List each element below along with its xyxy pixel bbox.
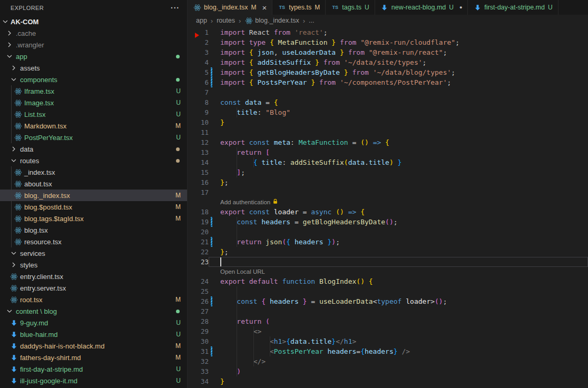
tree-file-about.tsx[interactable]: about.tsx	[0, 178, 187, 190]
code-line-2[interactable]: 2import type { MetaFunction } from "@rem…	[188, 37, 588, 47]
tree-file-blog.$postid.tsx[interactable]: blog.$postId.tsxM	[0, 201, 187, 213]
code-line-30[interactable]: 30 <h1>{data.title}</h1>	[188, 336, 588, 346]
code-line-24[interactable]: 24export default function BlogIndex() {	[188, 276, 588, 286]
gutter-space	[209, 97, 215, 107]
code-line-17[interactable]: 17	[188, 187, 588, 197]
tree-file-blog._index.tsx[interactable]: blog._index.tsxM	[0, 190, 187, 201]
tree-file-image.tsx[interactable]: Image.tsxU	[0, 97, 187, 108]
code-line-3[interactable]: 3import { json, useLoaderData } from "@r…	[188, 47, 588, 57]
tree-file-entry.client.tsx[interactable]: entry.client.tsx	[0, 271, 187, 282]
tree-file-9-guy.md[interactable]: 9-guy.mdU	[0, 317, 187, 329]
gutter-space	[209, 306, 215, 316]
tree-file-iframe.tsx[interactable]: Iframe.tsxU	[0, 85, 187, 97]
code-line-26[interactable]: 26 const { headers } = useLoaderData<typ…	[188, 296, 588, 306]
breadcrumb-separator-icon: ›	[239, 17, 241, 25]
tab-blog._index.tsx[interactable]: blog._index.tsxM×	[188, 0, 272, 15]
tree-folder-content-blog[interactable]: content \ blog	[0, 305, 187, 317]
tree-file-resource.tsx[interactable]: resource.tsx	[0, 236, 187, 247]
code-line-33[interactable]: 33 )	[188, 366, 588, 376]
tree-file-entry.server.tsx[interactable]: entry.server.tsx	[0, 282, 187, 294]
markdown-icon	[380, 3, 389, 12]
code-line-27[interactable]: 27	[188, 306, 588, 316]
tab-new-react-blog.md[interactable]: new-react-blog.mdU●	[375, 0, 468, 15]
code-line-5[interactable]: 5import { getBlogHeadersByDate } from '~…	[188, 67, 588, 77]
tree-file-ill-just-google-it.md[interactable]: ill-just-google-it.mdU	[0, 375, 187, 386]
code-line-23[interactable]: 23	[188, 257, 588, 267]
code-line-29[interactable]: 29 <>	[188, 326, 588, 336]
tree-file-root.tsx[interactable]: root.tsxM	[0, 294, 187, 305]
line-number: 10	[188, 117, 209, 127]
tree-file-blue-hair.md[interactable]: blue-hair.mdU	[0, 329, 187, 340]
code-text: export const meta: MetaFunction = () => …	[215, 137, 588, 147]
git-status-dot	[176, 159, 180, 163]
code-line-25[interactable]: 25	[188, 286, 588, 296]
tree-file-blog.tags.$tagid.tsx[interactable]: blog.tags.$tagId.tsxM	[0, 213, 187, 224]
code-line-15[interactable]: 15 ];	[188, 167, 588, 177]
line-number: 19	[188, 217, 209, 227]
code-line-7[interactable]: 7	[188, 87, 588, 97]
code-line-8[interactable]: 8const data = {	[188, 97, 588, 107]
tab-first-day-at-stripe.md[interactable]: first-day-at-stripe.mdU	[468, 0, 558, 15]
breadcrumb-item-routes[interactable]: routes	[217, 17, 235, 24]
tab-tags.ts[interactable]: TStags.tsU	[326, 0, 375, 15]
code-line-21[interactable]: 21 return json({ headers });	[188, 237, 588, 247]
line-number: 8	[188, 97, 209, 107]
tree-file-fathers-day-shirt.md[interactable]: fathers-day-shirt.mdM	[0, 352, 187, 363]
gutter-space	[209, 137, 215, 147]
more-actions-icon[interactable]: ···	[171, 4, 180, 12]
code-editor[interactable]: 1import React from 'react';2import type …	[188, 26, 588, 388]
code-line-28[interactable]: 28 return (	[188, 316, 588, 326]
tree-file-blog.tsx[interactable]: blog.tsx	[0, 224, 187, 236]
tree-folder-styles[interactable]: styles	[0, 259, 187, 271]
indent	[0, 126, 14, 126]
tree-folder-services[interactable]: services	[0, 247, 187, 259]
tree-file-list.tsx[interactable]: List.tsxU	[0, 108, 187, 120]
close-icon[interactable]: ×	[262, 4, 267, 12]
code-line-19[interactable]: 19 const headers = getBlogHeadersByDate(…	[188, 217, 588, 227]
tree-file-daddys-hair-is-not-black.md[interactable]: daddys-hair-is-not-black.mdM	[0, 340, 187, 352]
code-line-4[interactable]: 4import { addSiteSuffix } from '~/data/s…	[188, 57, 588, 67]
tree-folder-.wrangler[interactable]: .wrangler	[0, 39, 187, 51]
tree-folder-routes[interactable]: routes	[0, 155, 187, 166]
tree-folder-app[interactable]: app	[0, 51, 187, 62]
tree-folder-.cache[interactable]: .cache	[0, 27, 187, 39]
tab-types.ts[interactable]: TStypes.tsM	[272, 0, 326, 15]
tree-folder-components[interactable]: components	[0, 74, 187, 85]
breadcrumb-overflow[interactable]: ...	[309, 17, 314, 24]
code-line-12[interactable]: 12export const meta: MetaFunction = () =…	[188, 137, 588, 147]
tree-root-folder[interactable]: AK-COM	[0, 16, 187, 27]
tree-file-first-day-at-stripe.md[interactable]: first-day-at-stripe.mdU	[0, 363, 187, 375]
code-line-13[interactable]: 13 return [	[188, 147, 588, 157]
tree-file-_index.tsx[interactable]: _index.tsx	[0, 166, 187, 178]
code-line-10[interactable]: 10}	[188, 117, 588, 127]
code-line-20[interactable]: 20	[188, 227, 588, 237]
tree-file-postperyear.tsx[interactable]: PostPerYear.tsxU	[0, 132, 187, 143]
codelens-action[interactable]: Add authentication	[188, 197, 588, 207]
codelens-action[interactable]: Open Local URL	[188, 267, 588, 276]
code-line-1[interactable]: 1import React from 'react';	[188, 27, 588, 37]
tree-file-markdown.tsx[interactable]: Markdown.tsxM	[0, 120, 187, 132]
code-line-14[interactable]: 14 { title: addSiteSuffix(data.title) }	[188, 157, 588, 167]
breadcrumb-item-app[interactable]: app	[196, 17, 207, 24]
code-line-18[interactable]: 18export const loader = async () => {	[188, 207, 588, 217]
react-icon	[14, 122, 22, 130]
code-line-32[interactable]: 32 </>	[188, 356, 588, 366]
code-text	[215, 87, 588, 97]
indent	[0, 45, 5, 45]
code-line-16[interactable]: 16};	[188, 177, 588, 187]
react-icon	[14, 133, 22, 142]
code-line-9[interactable]: 9 title: "Blog"	[188, 107, 588, 117]
code-line-6[interactable]: 6import { PostsPerYear } from '~/compone…	[188, 77, 588, 87]
breadcrumb-item-file[interactable]: blog._index.tsx	[244, 16, 299, 25]
code-line-22[interactable]: 22};	[188, 247, 588, 257]
code-line-31[interactable]: 31 <PostsPerYear headers={headers} />	[188, 346, 588, 356]
code-line-34[interactable]: 34}	[188, 376, 588, 386]
tree-folder-data[interactable]: data	[0, 143, 187, 155]
code-line-11[interactable]: 11	[188, 127, 588, 137]
tree-folder-assets[interactable]: assets	[0, 62, 187, 74]
line-content: <h1>{data.title}</h1>	[209, 336, 588, 346]
indent-guide	[237, 296, 237, 306]
indent	[0, 218, 14, 219]
line-number: 27	[188, 306, 209, 316]
indent	[0, 149, 9, 150]
